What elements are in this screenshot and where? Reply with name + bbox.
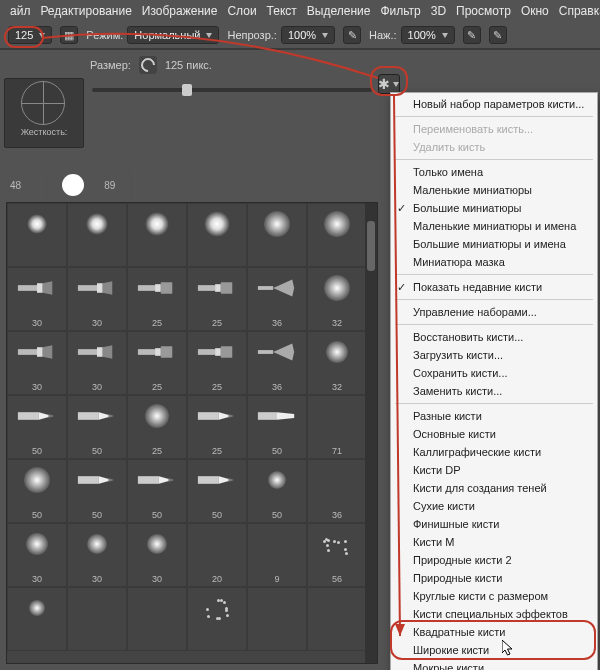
menu-item[interactable]: Восстановить кисти...: [391, 328, 597, 346]
brush-preset-cell[interactable]: [7, 203, 67, 267]
brush-preset-cell[interactable]: 30: [67, 267, 127, 331]
menu-item[interactable]: Большие миниатюры и имена: [391, 235, 597, 253]
brush-preset-cell[interactable]: 25: [127, 331, 187, 395]
brush-preset-cell[interactable]: 36: [247, 331, 307, 395]
menu-filter[interactable]: Фильтр: [380, 4, 420, 18]
menu-file[interactable]: айл: [10, 4, 30, 18]
brush-preset-cell[interactable]: [187, 203, 247, 267]
menu-item[interactable]: Миниатюра мазка: [391, 253, 597, 271]
brush-preset-cell[interactable]: 50: [187, 459, 247, 523]
size-slider[interactable]: [92, 88, 372, 92]
menu-edit[interactable]: Редактирование: [40, 4, 131, 18]
flow-dropdown[interactable]: 100%: [401, 26, 455, 44]
brush-preset-cell[interactable]: [127, 587, 187, 651]
brush-preset-cell[interactable]: 50: [7, 395, 67, 459]
menu-item[interactable]: Маленькие миниатюры и имена: [391, 217, 597, 235]
brush-preset-cell[interactable]: 32: [307, 331, 367, 395]
menu-item[interactable]: Мокрые кисти: [391, 659, 597, 670]
menu-text[interactable]: Текст: [267, 4, 297, 18]
brush-preset-cell[interactable]: 25: [127, 267, 187, 331]
menu-item[interactable]: Разные кисти: [391, 407, 597, 425]
brush-preset-cell[interactable]: 20: [187, 523, 247, 587]
brush-preset-cell[interactable]: 30: [7, 267, 67, 331]
menu-window[interactable]: Окно: [521, 4, 549, 18]
brush-preset-cell[interactable]: 30: [7, 523, 67, 587]
brush-preset-cell[interactable]: 30: [67, 523, 127, 587]
brush-preset-menu-button[interactable]: [378, 74, 400, 94]
menu-item[interactable]: Кисти для создания теней: [391, 479, 597, 497]
menu-item[interactable]: Маленькие миниатюры: [391, 181, 597, 199]
menu-item[interactable]: Основные кисти: [391, 425, 597, 443]
menu-item[interactable]: Квадратные кисти: [391, 623, 597, 641]
menu-item[interactable]: Кисти DP: [391, 461, 597, 479]
menu-item[interactable]: Круглые кисти с размером: [391, 587, 597, 605]
brush-preset-cell[interactable]: 36: [247, 267, 307, 331]
menu-item[interactable]: Финишные кисти: [391, 515, 597, 533]
brush-preset-cell[interactable]: 25: [127, 395, 187, 459]
brush-grid-scrollbar[interactable]: [365, 203, 377, 663]
brush-preset-cell[interactable]: 71: [307, 395, 367, 459]
brush-preset-cell[interactable]: 30: [67, 331, 127, 395]
brush-preset-cell[interactable]: 50: [247, 459, 307, 523]
menu-3d[interactable]: 3D: [431, 4, 446, 18]
brush-preset-cell[interactable]: [127, 203, 187, 267]
brush-preset-cell[interactable]: 30: [7, 331, 67, 395]
menu-item[interactable]: Широкие кисти: [391, 641, 597, 659]
brush-preset-cell[interactable]: 50: [67, 459, 127, 523]
brush-preset-cell[interactable]: 30: [127, 523, 187, 587]
blend-mode-dropdown[interactable]: Нормальный: [127, 26, 219, 44]
brush-preset-cell[interactable]: 25: [187, 395, 247, 459]
brush-preset-cell[interactable]: 56: [307, 523, 367, 587]
brush-preset-cell[interactable]: 50: [7, 459, 67, 523]
brush-preset-context-menu[interactable]: Новый набор параметров кисти...Переимено…: [390, 92, 598, 670]
size-slider-thumb[interactable]: [182, 84, 192, 96]
menu-item[interactable]: Показать недавние кисти: [391, 278, 597, 296]
brush-preset-cell[interactable]: [187, 587, 247, 651]
pressure-opacity-button[interactable]: ✎: [343, 26, 361, 44]
brush-size-picker[interactable]: 125: [8, 26, 52, 44]
brush-preset-cell[interactable]: 50: [127, 459, 187, 523]
brush-preset-cell[interactable]: 9: [247, 523, 307, 587]
menu-item[interactable]: Каллиграфические кисти: [391, 443, 597, 461]
pressure-size-button[interactable]: ✎: [489, 26, 507, 44]
menu-item[interactable]: Природные кисти 2: [391, 551, 597, 569]
menu-image[interactable]: Изображение: [142, 4, 218, 18]
brush-angle-control[interactable]: [9, 81, 79, 121]
menu-item[interactable]: Заменить кисти...: [391, 382, 597, 400]
brush-preset-cell[interactable]: [67, 587, 127, 651]
menu-item[interactable]: Только имена: [391, 163, 597, 181]
menu-item[interactable]: Новый набор параметров кисти...: [391, 95, 597, 113]
menu-help[interactable]: Справка: [559, 4, 600, 18]
menu-select[interactable]: Выделение: [307, 4, 371, 18]
brush-preset-cell[interactable]: 36: [307, 459, 367, 523]
brush-preset-cell[interactable]: 50: [67, 395, 127, 459]
brush-preset-cell[interactable]: 25: [187, 267, 247, 331]
brush-preset-cell[interactable]: [307, 203, 367, 267]
menu-item[interactable]: Кисти специальных эффектов: [391, 605, 597, 623]
scrollbar-handle[interactable]: [367, 221, 375, 271]
menu-item[interactable]: Загрузить кисти...: [391, 346, 597, 364]
brush-preset-cell[interactable]: [307, 587, 367, 651]
brush-preset-cell[interactable]: [247, 203, 307, 267]
menu-item[interactable]: Большие миниатюры: [391, 199, 597, 217]
brush-preset-cell[interactable]: [7, 587, 67, 651]
menu-item[interactable]: Сухие кисти: [391, 497, 597, 515]
brush-preset-cell[interactable]: [247, 587, 307, 651]
menu-item[interactable]: Управление наборами...: [391, 303, 597, 321]
menu-item[interactable]: Кисти М: [391, 533, 597, 551]
brush-preset-cell[interactable]: 50: [247, 395, 307, 459]
brush-preset-cell[interactable]: [67, 203, 127, 267]
recent-size-0[interactable]: 48: [10, 180, 21, 191]
recent-brush-icon[interactable]: [62, 174, 84, 196]
recent-size-2[interactable]: 89: [104, 180, 115, 191]
size-reset-button[interactable]: [139, 56, 157, 74]
menu-view[interactable]: Просмотр: [456, 4, 511, 18]
brush-preset-cell[interactable]: 32: [307, 267, 367, 331]
menu-item[interactable]: Природные кисти: [391, 569, 597, 587]
airbrush-button[interactable]: ✎: [463, 26, 481, 44]
opacity-dropdown[interactable]: 100%: [281, 26, 335, 44]
menu-layers[interactable]: Слои: [227, 4, 256, 18]
brush-preset-cell[interactable]: 25: [187, 331, 247, 395]
panel-toggle-button[interactable]: ▦: [60, 26, 78, 44]
menu-item[interactable]: Сохранить кисти...: [391, 364, 597, 382]
